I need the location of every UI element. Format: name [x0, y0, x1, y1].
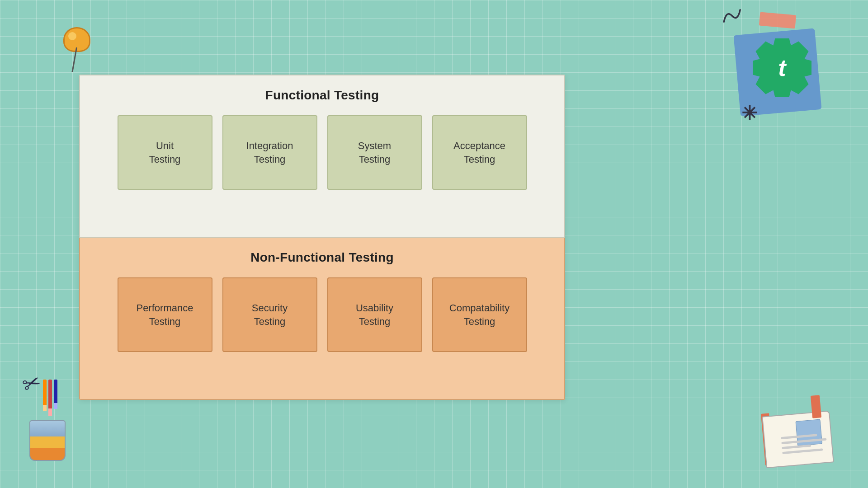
cup-decoration: ✂	[23, 371, 77, 461]
nonfunctional-title: Non-Functional Testing	[94, 250, 550, 265]
curly-svg	[717, 5, 747, 27]
scissors-icon: ✂	[19, 368, 45, 398]
acceptance-testing-card: AcceptanceTesting	[432, 115, 527, 190]
nonfunctional-section: Non-Functional Testing PerformanceTestin…	[79, 238, 565, 400]
thumbtack-decoration	[59, 27, 95, 72]
book-line-4	[782, 448, 823, 454]
performance-testing-card: PerformanceTesting	[118, 277, 212, 352]
book-body	[762, 411, 834, 469]
system-testing-card: SystemTesting	[327, 115, 422, 190]
cup-body	[29, 420, 66, 461]
security-testing-card: SecurityTesting	[222, 277, 317, 352]
pencil-orange	[43, 380, 47, 411]
curly-decoration	[717, 5, 748, 31]
nonfunctional-cards-row: PerformanceTesting SecurityTesting Usabi…	[94, 277, 550, 352]
unit-testing-card: UnitTesting	[118, 115, 212, 190]
functional-cards-row: UnitTesting IntegrationTesting SystemTes…	[94, 115, 550, 190]
book-line-2	[781, 438, 826, 444]
pencil-red	[48, 380, 52, 416]
gear-letter: t	[778, 54, 786, 81]
book-line-3	[782, 445, 811, 450]
functional-section: Functional Testing UnitTesting Integrati…	[79, 75, 565, 238]
book-bookmark	[811, 395, 821, 418]
gear-badge: t	[753, 38, 811, 97]
usability-testing-card: UsabilityTesting	[327, 277, 422, 352]
gear-shape: t	[753, 38, 811, 97]
functional-title: Functional Testing	[94, 88, 550, 103]
compatability-testing-card: CompatabilityTesting	[432, 277, 527, 352]
pencil-blue	[54, 380, 57, 409]
integration-testing-card: IntegrationTesting	[222, 115, 317, 190]
book-lines	[781, 433, 827, 457]
pencils-group	[43, 380, 57, 416]
asterisk-decoration: ✳	[741, 104, 757, 123]
tape-top	[759, 12, 796, 29]
diagram-wrapper: Functional Testing UnitTesting Integrati…	[79, 75, 565, 400]
book-decoration	[760, 402, 836, 465]
